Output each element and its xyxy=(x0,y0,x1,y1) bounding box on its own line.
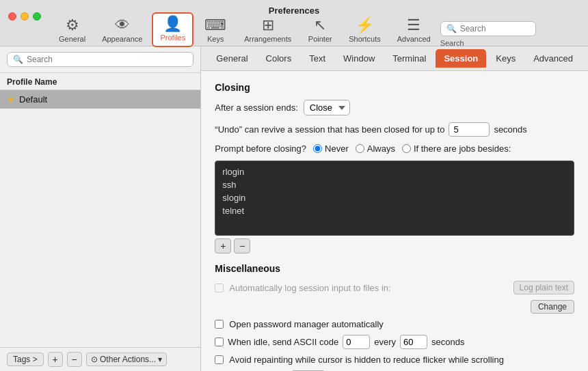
profiles-label: Profiles xyxy=(160,33,185,42)
prompt-label: Prompt before closing? xyxy=(215,143,306,154)
pointer-label: Pointer xyxy=(308,35,332,43)
window-controls xyxy=(8,12,41,20)
when-idle-checkbox[interactable] xyxy=(215,338,224,346)
remove-job-button[interactable]: − xyxy=(234,238,250,253)
content-panel: GeneralColorsTextWindowTerminalSessionKe… xyxy=(201,46,588,371)
avoid-repainting-checkbox[interactable] xyxy=(215,355,224,364)
undo-row: “Undo” can revive a session that has bee… xyxy=(215,122,574,137)
toolbar: ⚙ General 👁 Appearance 👤 Profiles ⌨ Keys… xyxy=(52,12,536,47)
open-password-row: Open password manager automatically xyxy=(215,319,574,329)
job-list-controls: + − xyxy=(215,238,574,253)
tab-window[interactable]: Window xyxy=(335,49,383,68)
toolbar-item-advanced[interactable]: ☰ Advanced xyxy=(390,15,438,47)
misc-section-title: Miscellaneous xyxy=(215,263,574,274)
general-label: General xyxy=(59,35,85,43)
avoid-repainting-row: Avoid repainting while cursor is hidden … xyxy=(215,355,574,365)
profile-list-header: Profile Name xyxy=(0,73,200,90)
tab-session[interactable]: Session xyxy=(436,49,486,68)
toolbar-item-pointer[interactable]: ↖ Pointer xyxy=(301,15,339,47)
when-idle-label: When idle, send ASCII code xyxy=(228,337,338,347)
toolbar-item-general[interactable]: ⚙ General xyxy=(52,15,92,47)
undo-seconds-input[interactable] xyxy=(449,122,490,137)
change-button[interactable]: Change xyxy=(531,300,574,314)
tab-colors[interactable]: Colors xyxy=(258,49,300,68)
after-session-row: After a session ends: Close xyxy=(215,100,574,115)
tags-button[interactable]: Tags > xyxy=(7,353,44,366)
toolbar-item-arrangements[interactable]: ⊞ Arrangements xyxy=(237,15,298,47)
auto-log-checkbox[interactable] xyxy=(215,284,224,292)
toolbar-item-keys[interactable]: ⌨ Keys xyxy=(196,15,235,47)
avoid-repainting-label: Avoid repainting while cursor is hidden … xyxy=(229,355,504,365)
when-idle-row: When idle, send ASCII code every seconds xyxy=(215,335,574,349)
prompt-if-jobs-label[interactable]: If there are jobs besides: xyxy=(402,143,511,154)
toolbar-item-appearance[interactable]: 👁 Appearance xyxy=(95,15,149,47)
main-layout: 🔍 Profile Name ★ Default Tags > + − ⊙ Ot… xyxy=(0,46,588,371)
content-area: Closing After a session ends: Close “Und… xyxy=(201,71,588,371)
prompt-never-label[interactable]: Never xyxy=(313,143,349,154)
sidebar-search-area: 🔍 xyxy=(0,46,200,73)
minimize-button[interactable] xyxy=(21,12,29,20)
tab-general[interactable]: General xyxy=(208,49,256,68)
toolbar-item-shortcuts[interactable]: ⚡ Shortcuts xyxy=(342,15,387,47)
add-profile-button[interactable]: + xyxy=(48,352,63,367)
maximize-button[interactable] xyxy=(33,12,41,20)
prompt-if-jobs-radio[interactable] xyxy=(402,144,411,153)
prompt-always-label[interactable]: Always xyxy=(356,143,395,154)
other-actions-button[interactable]: ⊙ Other Actions... ▾ xyxy=(86,353,167,366)
open-password-label: Open password manager automatically xyxy=(229,319,383,329)
profile-name-label: Default xyxy=(19,94,47,105)
job-list-item: rlogin xyxy=(222,165,567,178)
toolbar-search-input[interactable] xyxy=(460,24,530,33)
prompt-row: Prompt before closing? Never Always If t… xyxy=(215,143,574,154)
toolbar-search-icon: 🔍 xyxy=(446,24,457,33)
search-icon: 🔍 xyxy=(13,55,23,64)
after-session-label: After a session ends: xyxy=(215,102,297,113)
profiles-icon: 👤 xyxy=(163,16,182,31)
advanced-label: Advanced xyxy=(397,35,431,43)
when-idle-code-input[interactable] xyxy=(343,335,370,349)
keys-icon: ⌨ xyxy=(204,18,226,33)
when-idle-interval-input[interactable] xyxy=(400,335,427,349)
when-idle-seconds-label: seconds xyxy=(431,337,464,347)
auto-log-row: Automatically log session input to files… xyxy=(215,281,574,294)
tab-advanced[interactable]: Advanced xyxy=(525,49,581,68)
shortcuts-icon: ⚡ xyxy=(356,18,374,33)
remove-profile-button[interactable]: − xyxy=(67,352,82,367)
shortcuts-label: Shortcuts xyxy=(349,35,380,43)
undo-suffix-text: seconds xyxy=(494,124,526,135)
advanced-icon: ☰ xyxy=(407,18,420,33)
after-session-select[interactable]: Close xyxy=(304,100,350,115)
add-job-button[interactable]: + xyxy=(215,238,231,253)
default-star-icon: ★ xyxy=(7,94,15,105)
log-plain-button: Log plain text xyxy=(513,281,574,294)
profile-list: ★ Default xyxy=(0,90,200,347)
tab-text[interactable]: Text xyxy=(301,49,334,68)
prompt-always-radio[interactable] xyxy=(356,144,364,153)
prompt-never-radio[interactable] xyxy=(313,144,322,153)
title-bar: Preferences ⚙ General 👁 Appearance 👤 Pro… xyxy=(0,0,588,46)
arrangements-label: Arrangements xyxy=(244,35,291,43)
toolbar-search-area: 🔍 Search xyxy=(440,21,536,47)
open-password-checkbox[interactable] xyxy=(215,320,224,329)
profile-item-default[interactable]: ★ Default xyxy=(0,90,200,109)
toolbar-item-profiles[interactable]: 👤 Profiles xyxy=(152,12,193,47)
sidebar-search-box[interactable]: 🔍 xyxy=(7,52,193,67)
job-list-item: ssh xyxy=(222,178,567,191)
toolbar-search-box[interactable]: 🔍 xyxy=(440,21,536,36)
closing-section-title: Closing xyxy=(215,82,574,93)
appearance-label: Appearance xyxy=(102,35,142,43)
tab-terminal[interactable]: Terminal xyxy=(384,49,434,68)
sidebar-footer: Tags > + − ⊙ Other Actions... ▾ xyxy=(0,347,200,371)
window-title: Preferences xyxy=(269,5,319,16)
tab-bar: GeneralColorsTextWindowTerminalSessionKe… xyxy=(201,46,588,71)
close-button[interactable] xyxy=(8,12,16,20)
search-label: Search xyxy=(440,39,464,47)
other-actions-label: ⊙ Other Actions... xyxy=(91,355,156,364)
pointer-icon: ↖ xyxy=(314,18,326,33)
arrangements-icon: ⊞ xyxy=(262,18,274,33)
sidebar-search-input[interactable] xyxy=(27,55,187,64)
tab-keys[interactable]: Keys xyxy=(487,49,524,68)
job-list: rloginsshslogintelnet xyxy=(215,161,574,236)
job-list-item: slogin xyxy=(222,191,567,204)
job-list-item: telnet xyxy=(222,204,567,217)
